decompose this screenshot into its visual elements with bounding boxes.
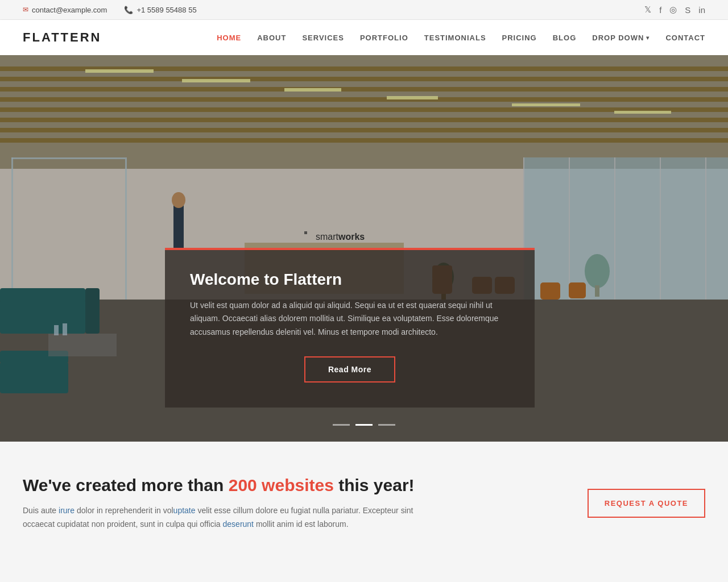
dropdown-label: DROP DOWN (592, 34, 644, 42)
request-quote-button[interactable]: REQUEST A QUOTE (588, 489, 705, 518)
hero-overlay: Welcome to Flattern Ut velit est quam do… (165, 248, 535, 408)
nav-item-contact[interactable]: CONTACT (665, 34, 705, 42)
nav-item-about[interactable]: ABOUT (257, 34, 286, 42)
email-text: contact@example.com (32, 6, 107, 14)
phone-contact: 📞 +1 5589 55488 55 (124, 6, 196, 14)
nav-item-services[interactable]: SERVICES (302, 34, 344, 42)
twitter-icon[interactable]: 𝕏 (644, 5, 651, 15)
nav-item-pricing[interactable]: PRICING (502, 34, 537, 42)
logo[interactable]: FLATTERN (23, 30, 101, 45)
social-links: 𝕏 f ◎ S in (644, 5, 705, 15)
bottom-heading-highlight: 200 websites (229, 476, 334, 494)
skype-icon[interactable]: S (685, 5, 690, 15)
nav-item-dropdown[interactable]: DROP DOWN ▾ (592, 34, 650, 42)
hero-text: Ut velit est quam dolor ad a aliquid qui… (190, 299, 510, 339)
bottom-heading-prefix: We've created more than (23, 476, 229, 494)
read-more-button[interactable]: Read More (304, 356, 395, 383)
bottom-left: We've created more than 200 websites thi… (23, 476, 432, 531)
slider-dot-1[interactable] (333, 424, 350, 426)
slider-dot-2[interactable] (355, 424, 373, 426)
bottom-heading-suffix: this year! (334, 476, 415, 494)
navbar: FLATTERN HOME ABOUT SERVICES PORTFOLIO T… (0, 20, 728, 55)
slider-dot-3[interactable] (378, 424, 395, 426)
link-irure[interactable]: irure (59, 506, 75, 515)
link-deserunt[interactable]: deserunt (223, 519, 254, 529)
nav-item-blog[interactable]: BLOG (553, 34, 577, 42)
linkedin-icon[interactable]: in (698, 5, 705, 15)
bottom-right: REQUEST A QUOTE (588, 489, 705, 518)
nav-menu: HOME ABOUT SERVICES PORTFOLIO TESTIMONIA… (217, 34, 705, 42)
nav-item-portfolio[interactable]: PORTFOLIO (360, 34, 408, 42)
instagram-icon[interactable]: ◎ (669, 5, 677, 15)
hero-title: Welcome to Flattern (190, 271, 510, 289)
slider-dots (333, 424, 395, 426)
top-bar: ✉ contact@example.com 📞 +1 5589 55488 55… (0, 0, 728, 20)
email-icon: ✉ (23, 6, 28, 14)
bottom-section: We've created more than 200 websites thi… (0, 442, 728, 566)
top-bar-contacts: ✉ contact@example.com 📞 +1 5589 55488 55 (23, 6, 197, 14)
nav-item-testimonials[interactable]: TESTIMONIALS (424, 34, 486, 42)
facebook-icon[interactable]: f (659, 5, 661, 15)
chevron-down-icon: ▾ (646, 35, 650, 41)
phone-icon: 📞 (124, 6, 133, 14)
hero-section: smartworks (0, 55, 728, 442)
bottom-heading: We've created more than 200 websites thi… (23, 476, 432, 495)
phone-text: +1 5589 55488 55 (136, 6, 196, 14)
link-uptate[interactable]: uptate (173, 506, 196, 515)
email-contact: ✉ contact@example.com (23, 6, 107, 14)
bottom-text: Duis aute irure dolor in reprehenderit i… (23, 504, 432, 531)
nav-item-home[interactable]: HOME (217, 34, 241, 42)
